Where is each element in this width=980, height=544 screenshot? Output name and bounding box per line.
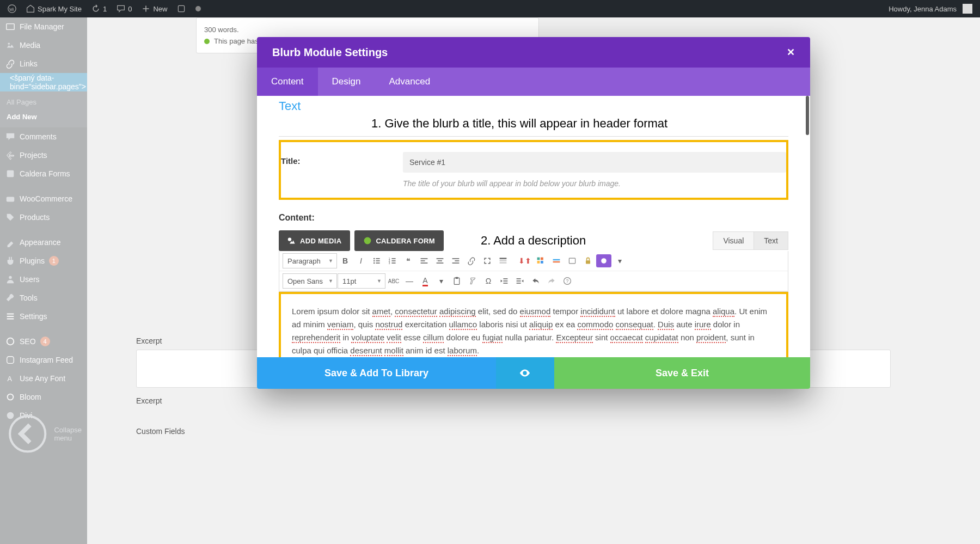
caldera-icon [363, 236, 372, 245]
special-char-icon[interactable]: Ω [481, 274, 496, 288]
add-media-button[interactable]: ADD MEDIA [279, 230, 350, 251]
svg-point-16 [373, 258, 375, 259]
svg-rect-54 [517, 278, 521, 279]
svg-rect-36 [452, 262, 460, 264]
svg-rect-19 [376, 260, 379, 261]
instruction-2: 2. Add a description [481, 234, 586, 248]
svg-rect-52 [503, 280, 507, 282]
eye-icon [519, 367, 531, 379]
divider-icon[interactable] [549, 254, 564, 267]
dropdown-caret-icon[interactable]: ▾ [612, 254, 627, 267]
text-color-caret-icon[interactable]: ▾ [433, 274, 449, 288]
align-center-icon[interactable] [432, 254, 448, 267]
sidebar-dim-overlay [0, 17, 87, 544]
save-exit-button[interactable]: Save & Exit [554, 357, 810, 389]
svg-rect-28 [421, 258, 428, 259]
link-icon[interactable] [464, 254, 479, 267]
comments-link[interactable]: 0 [113, 0, 135, 17]
avatar [963, 4, 972, 14]
tab-content[interactable]: Content [257, 68, 318, 96]
svg-rect-35 [455, 260, 459, 261]
italic-icon[interactable]: I [353, 254, 369, 267]
svg-rect-23 [391, 258, 395, 259]
toolbar-toggle-icon[interactable] [495, 254, 511, 267]
svg-point-48 [601, 258, 607, 264]
hr-icon[interactable]: — [402, 274, 417, 288]
text-color-icon[interactable]: A [418, 274, 433, 288]
font-family-select[interactable]: Open Sans [283, 273, 337, 289]
number-list-icon[interactable]: 123 [385, 254, 400, 267]
wp-logo[interactable] [4, 0, 20, 17]
media-icon [287, 236, 296, 245]
svg-rect-40 [537, 258, 540, 260]
fullscreen-icon[interactable] [480, 254, 495, 267]
howdy-link[interactable]: Howdy, Jenna Adams [885, 0, 976, 17]
seo-icon[interactable] [174, 0, 189, 17]
font-size-select[interactable]: 11pt [338, 273, 385, 289]
svg-rect-43 [541, 261, 543, 264]
svg-rect-33 [437, 262, 444, 264]
clear-format-icon[interactable] [465, 274, 480, 288]
status-dot [192, 0, 204, 17]
bullet-list-icon[interactable] [369, 254, 384, 267]
preview-button[interactable] [496, 357, 554, 389]
save-library-button[interactable]: Save & Add To Library [257, 357, 496, 389]
svg-rect-27 [391, 262, 395, 264]
modal-tabs: Content Design Advanced [257, 68, 810, 96]
content-label: Content: [279, 213, 788, 223]
tab-advanced[interactable]: Advanced [375, 68, 444, 96]
grid-icon[interactable] [533, 254, 548, 267]
svg-rect-51 [503, 278, 507, 279]
card-icon[interactable] [565, 254, 580, 267]
lock-icon[interactable] [580, 254, 596, 267]
instruction-1: 1. Give the blurb a title, this will app… [371, 117, 788, 131]
section-text-heading[interactable]: Text [279, 96, 788, 114]
align-left-icon[interactable] [416, 254, 432, 267]
paste-icon[interactable] [449, 274, 464, 288]
new-link[interactable]: New [138, 0, 170, 17]
caldera-shortcode-icon[interactable] [596, 254, 611, 267]
strikethrough-icon[interactable]: ABC [386, 274, 401, 288]
svg-rect-21 [376, 262, 379, 264]
svg-rect-44 [553, 259, 560, 260]
title-label: Title: [281, 152, 403, 166]
svg-rect-29 [421, 260, 425, 261]
outdent-icon[interactable] [497, 274, 512, 288]
indent-icon[interactable] [512, 274, 528, 288]
shortcode-icon[interactable]: ⬇⬆ [517, 254, 532, 267]
admin-bar: Spark My Site 1 0 New Howdy, Jenna Adams [0, 0, 980, 17]
svg-rect-39 [500, 262, 507, 263]
close-icon[interactable]: ✕ [787, 46, 795, 58]
svg-rect-41 [541, 258, 543, 260]
editor-tab-text[interactable]: Text [754, 231, 788, 250]
svg-rect-56 [517, 283, 521, 284]
bold-icon[interactable]: B [338, 254, 353, 267]
title-input[interactable] [403, 152, 786, 173]
svg-rect-42 [537, 261, 540, 264]
editor-tab-visual[interactable]: Visual [713, 231, 754, 250]
svg-point-20 [373, 262, 375, 264]
undo-icon[interactable] [528, 274, 543, 288]
svg-rect-25 [391, 260, 395, 261]
editor-canvas: 300 words. This page has 0 nofollowed ou… [87, 17, 980, 544]
redo-icon[interactable] [544, 274, 559, 288]
title-help-text: The title of your blurb will appear in b… [403, 179, 786, 188]
modal-footer: Save & Add To Library Save & Exit [257, 357, 810, 389]
content-editor[interactable]: Lorem ipsum dolor sit amet, consectetur … [279, 292, 788, 357]
svg-rect-53 [503, 283, 507, 284]
svg-rect-31 [437, 258, 444, 259]
format-select[interactable]: Paragraph [283, 253, 337, 268]
svg-rect-50 [456, 277, 458, 279]
align-right-icon[interactable] [448, 254, 463, 267]
svg-rect-46 [569, 258, 575, 264]
updates-link[interactable]: 1 [88, 0, 110, 17]
quote-icon[interactable]: ❝ [401, 254, 416, 267]
tab-design[interactable]: Design [318, 68, 375, 96]
svg-rect-49 [454, 278, 460, 284]
site-link[interactable]: Spark My Site [23, 0, 85, 17]
caldera-form-button[interactable]: CALDERA FORM [354, 230, 444, 251]
scrollbar-thumb[interactable] [806, 96, 809, 135]
modal-header: Blurb Module Settings ✕ [257, 37, 810, 68]
help-icon[interactable]: ? [560, 274, 575, 288]
svg-rect-30 [421, 262, 428, 264]
